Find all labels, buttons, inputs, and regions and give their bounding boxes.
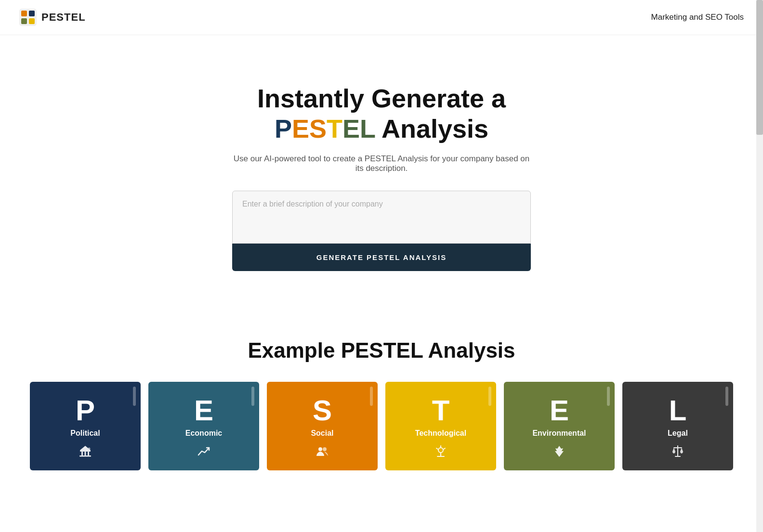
- hero-form: GENERATE PESTEL ANALYSIS: [232, 191, 531, 271]
- letter-e1: E: [292, 114, 309, 143]
- card-political[interactable]: P Political: [30, 382, 141, 470]
- company-description-input[interactable]: [232, 191, 531, 244]
- political-icon: [79, 444, 92, 461]
- card-scroll-p: [133, 387, 136, 406]
- hero-title-line1: Instantly Generate a: [257, 83, 506, 113]
- header: PESTEL Marketing and SEO Tools: [0, 0, 763, 35]
- svg-point-14: [438, 448, 443, 453]
- logo-icon: [19, 9, 37, 26]
- logo[interactable]: PESTEL: [19, 9, 86, 26]
- card-scroll-t: [488, 387, 491, 406]
- svg-rect-5: [80, 450, 91, 452]
- pestel-word: PESTEL: [275, 114, 382, 143]
- svg-line-18: [436, 448, 438, 449]
- technological-icon: [434, 444, 447, 461]
- hero-title-analysis: Analysis: [382, 114, 488, 143]
- card-letter-e2: E: [550, 396, 569, 425]
- card-legal[interactable]: L Legal: [622, 382, 733, 470]
- card-label-economic: Economic: [185, 429, 222, 438]
- card-social[interactable]: S Social: [267, 382, 378, 470]
- svg-rect-6: [81, 452, 83, 455]
- hero-section: Instantly Generate a PESTEL Analysis Use…: [0, 35, 763, 310]
- card-letter-e1: E: [194, 396, 213, 425]
- economic-icon: [197, 444, 210, 461]
- letter-el: EL: [342, 114, 375, 143]
- svg-line-19: [444, 448, 445, 449]
- letter-s: S: [309, 114, 327, 143]
- letter-p: P: [275, 114, 292, 143]
- card-letter-s: S: [313, 396, 332, 425]
- generate-button[interactable]: GENERATE PESTEL ANALYSIS: [232, 244, 531, 271]
- card-label-legal: Legal: [668, 429, 688, 438]
- legal-icon: [671, 444, 684, 461]
- logo-text: PESTEL: [41, 11, 86, 24]
- scrollbar-thumb[interactable]: [756, 0, 763, 135]
- scrollbar-track[interactable]: [756, 0, 763, 532]
- example-section: Example PESTEL Analysis P Political: [0, 310, 763, 470]
- card-scroll-l: [725, 387, 728, 406]
- svg-rect-7: [85, 452, 86, 455]
- card-technological[interactable]: T Technological: [385, 382, 496, 470]
- card-letter-p: P: [76, 396, 95, 425]
- card-letter-t: T: [432, 396, 450, 425]
- hero-title-line2: PESTEL Analysis: [275, 113, 488, 144]
- card-scroll-e: [251, 387, 254, 406]
- card-label-social: Social: [311, 429, 333, 438]
- letter-t: T: [327, 114, 342, 143]
- svg-rect-2: [29, 11, 35, 16]
- svg-rect-3: [21, 18, 27, 24]
- card-environmental[interactable]: E Environmental: [504, 382, 615, 470]
- card-label-environmental: Environmental: [532, 429, 586, 438]
- svg-point-11: [88, 447, 91, 450]
- svg-rect-8: [88, 452, 89, 455]
- nav-link-marketing[interactable]: Marketing and SEO Tools: [651, 13, 744, 22]
- environmental-icon: [553, 444, 566, 461]
- social-icon: [316, 444, 329, 461]
- card-label-technological: Technological: [415, 429, 466, 438]
- card-scroll-env: [607, 387, 610, 406]
- svg-point-13: [323, 447, 327, 451]
- svg-rect-1: [21, 11, 27, 16]
- card-scroll-s: [370, 387, 373, 406]
- example-title: Example PESTEL Analysis: [19, 338, 744, 363]
- card-letter-l: L: [669, 396, 687, 425]
- svg-point-12: [318, 447, 322, 451]
- svg-rect-9: [79, 455, 91, 457]
- hero-subtitle: Use our AI-powered tool to create a PEST…: [232, 154, 531, 173]
- card-label-political: Political: [70, 429, 100, 438]
- pestel-cards-container: P Political E Economic: [19, 382, 744, 470]
- card-economic[interactable]: E Economic: [148, 382, 259, 470]
- svg-rect-4: [29, 18, 35, 24]
